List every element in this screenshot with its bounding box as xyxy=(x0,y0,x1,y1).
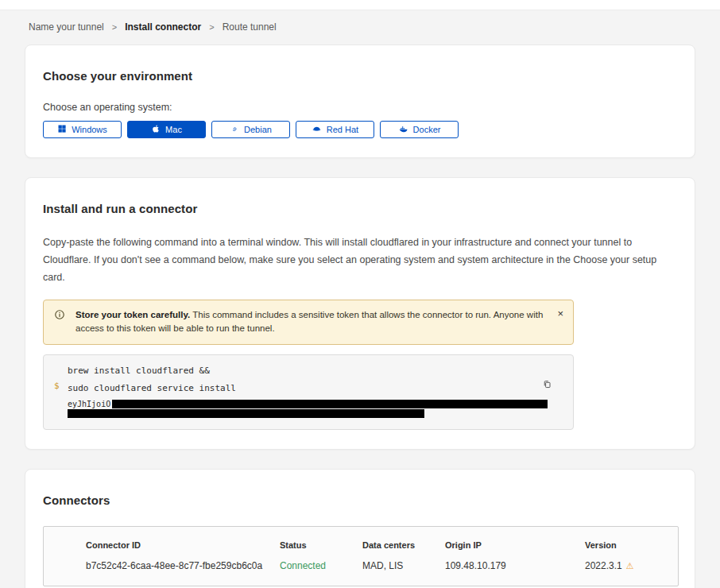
connector-id-value: b7c52c42-6caa-48ee-8c77-fbe259cb6c0a xyxy=(86,560,280,571)
version-value: 2022.3.1 ⚠ xyxy=(585,560,665,571)
command-line-1: brew install cloudflared && xyxy=(68,365,536,377)
os-button-docker[interactable]: Docker xyxy=(380,121,459,138)
redacted-token-bar xyxy=(68,409,424,418)
col-header-version: Version xyxy=(585,540,665,550)
install-connector-title: Install and run a connector xyxy=(43,202,677,215)
os-button-label: Windows xyxy=(72,125,107,134)
origin-ip-value: 109.48.10.179 xyxy=(445,560,585,571)
os-button-group: Windows Mac Debian Red Hat Docker xyxy=(43,121,677,138)
os-button-label: Red Hat xyxy=(327,125,358,134)
environment-card: Choose your environment Choose an operat… xyxy=(25,44,695,158)
breadcrumb-separator: > xyxy=(112,22,117,32)
terminal-prompt: $ xyxy=(54,381,60,391)
breadcrumb: Name your tunnel > Install connector > R… xyxy=(25,10,695,44)
breadcrumb-step-route-tunnel[interactable]: Route tunnel xyxy=(223,21,277,33)
docker-icon xyxy=(398,124,408,136)
connectors-card-title: Connectors xyxy=(43,493,677,507)
table-row: b7c52c42-6caa-48ee-8c77-fbe259cb6c0a Con… xyxy=(44,560,678,571)
os-button-mac[interactable]: Mac xyxy=(127,121,206,138)
os-button-debian[interactable]: Debian xyxy=(211,121,290,138)
connectors-card: Connectors Connector ID Status Data cent… xyxy=(25,469,695,588)
os-button-label: Docker xyxy=(413,125,441,134)
debian-icon xyxy=(230,124,239,135)
copy-icon[interactable] xyxy=(540,377,554,393)
token-warning-alert: Store your token carefully. This command… xyxy=(43,300,574,346)
os-button-label: Debian xyxy=(244,125,272,134)
install-instructions-text: Copy-paste the following command into a … xyxy=(43,234,677,287)
version-number: 2022.3.1 xyxy=(585,560,622,571)
apple-icon xyxy=(151,124,161,135)
token-warning-bold: Store your token carefully. xyxy=(75,310,190,319)
os-select-label: Choose an operating system: xyxy=(43,102,677,113)
token-prefix: eyJhIjoiO xyxy=(68,400,110,408)
connectors-table: Connector ID Status Data centers Origin … xyxy=(43,526,679,586)
breadcrumb-separator: > xyxy=(209,22,214,32)
data-centers-value: MAD, LIS xyxy=(362,560,445,571)
os-button-label: Mac xyxy=(165,125,182,134)
col-header-connector-id: Connector ID xyxy=(86,540,280,550)
version-warning-icon: ⚠ xyxy=(626,562,634,571)
install-connector-card: Install and run a connector Copy-paste t… xyxy=(25,177,695,450)
connectors-table-header: Connector ID Status Data centers Origin … xyxy=(44,540,678,550)
os-button-redhat[interactable]: Red Hat xyxy=(296,121,374,138)
col-header-status: Status xyxy=(280,540,362,550)
windows-icon xyxy=(57,124,67,135)
breadcrumb-step-name-your-tunnel[interactable]: Name your tunnel xyxy=(29,21,104,33)
command-line-2: sudo cloudflared service install xyxy=(68,382,536,395)
redacted-token-bar xyxy=(112,400,548,408)
col-header-origin-ip: Origin IP xyxy=(445,540,585,550)
redhat-icon xyxy=(312,124,322,136)
install-command-code-block: $ brew install cloudflared && sudo cloud… xyxy=(43,354,574,430)
status-badge: Connected xyxy=(280,560,362,571)
os-button-windows[interactable]: Windows xyxy=(43,121,122,138)
tunnel-setup-page: Name your tunnel > Install connector > R… xyxy=(0,10,720,588)
info-icon xyxy=(54,309,65,325)
environment-card-title: Choose your environment xyxy=(43,69,677,83)
breadcrumb-step-install-connector[interactable]: Install connector xyxy=(125,21,201,33)
col-header-data-centers: Data centers xyxy=(362,540,445,550)
top-strip xyxy=(0,0,720,10)
close-icon[interactable]: × xyxy=(555,307,565,320)
token-line: eyJhIjoiO xyxy=(68,400,536,408)
